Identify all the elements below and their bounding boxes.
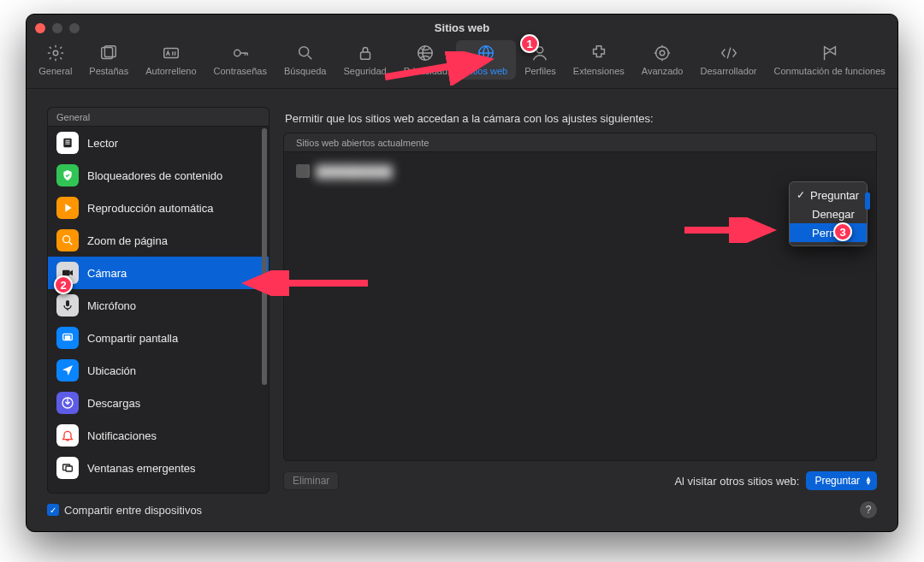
titlebar: Sitios web [27,15,897,35]
sidebar-item-autoplay[interactable]: Reproducción automática [48,192,269,224]
sidebar-item-label: Cámara [87,267,127,280]
privacy-icon [416,44,435,64]
toolbar-tab-websites[interactable]: Sitios web [456,40,516,80]
main-panel: Permitir que los sitios web accedan a la… [283,107,877,494]
callout-badge-3: 3 [833,222,852,241]
advanced-icon [653,44,672,64]
sidebar-section-header: General [48,108,269,127]
svg-rect-18 [66,300,69,306]
sidebar-item-notifications[interactable]: Notificaciones [48,419,269,452]
play-icon [56,197,79,219]
share-across-devices-label: Compartir entre dispositivos [64,504,202,517]
visiting-other-sites-value: Preguntar [814,475,860,487]
popup-icon [56,457,79,479]
dropdown-option-denegar[interactable]: Denegar [790,204,867,223]
dropdown-option-preguntar[interactable]: ✓Preguntar [790,186,867,204]
featureflags-icon [820,44,839,64]
sidebar-item-popups[interactable]: Ventanas emergentes [48,452,269,484]
sidebar-item-label: Bloqueadores de contenido [87,169,222,182]
website-row[interactable]: ████████ [284,152,876,190]
sidebar-item-label: Notificaciones [87,429,157,442]
toolbar-tab-search[interactable]: Búsqueda [275,40,335,80]
toolbar-tab-featureflags[interactable]: Conmutación de funciones [766,40,894,80]
sidebar-item-camera[interactable]: Cámara [48,257,269,289]
extensions-icon [589,44,608,64]
site-hostname: ████████ [317,165,394,178]
toolbar-tab-label: General [38,66,72,76]
panel-heading: Permitir que los sitios web accedan a la… [283,107,877,132]
location-icon [56,359,79,382]
sidebar-item-label: Compartir pantalla [87,332,178,345]
svg-rect-12 [63,139,71,148]
sidebar-item-screenshare[interactable]: Compartir pantalla [48,322,269,354]
reader-icon [56,132,79,154]
toolbar-tab-security[interactable]: Seguridad [335,40,394,80]
developer-icon [720,44,738,64]
websites-icon [477,44,495,64]
svg-point-11 [656,47,669,60]
preferences-toolbar: GeneralPestañasAutorrellenoContraseñasBú… [27,35,897,89]
sidebar-item-blockers[interactable]: Bloqueadores de contenido [48,159,269,192]
sidebar-item-label: Ubicación [87,364,136,377]
search-icon [296,44,315,64]
window-title: Sitios web [27,21,897,34]
toolbar-tab-extensions[interactable]: Extensiones [565,40,633,80]
toolbar-tab-label: Seguridad [343,66,386,76]
sidebar-item-location[interactable]: Ubicación [48,354,269,387]
sidebar-item-downloads[interactable]: Descargas [48,387,269,419]
svg-point-5 [299,47,308,56]
visiting-other-sites-popup[interactable]: Preguntar ▲▼ [806,471,877,490]
toolbar-tab-developer[interactable]: Desarrollador [692,40,766,80]
svg-rect-3 [164,49,179,58]
sidebar-item-label: Reproducción automática [87,202,213,215]
toolbar-tab-autofill[interactable]: Autorrelleno [137,40,204,80]
dropdown-underlying-control-edge [865,192,870,210]
help-button[interactable]: ? [860,501,877,518]
shield-icon [56,164,79,186]
toolbar-tab-general[interactable]: General [30,40,80,80]
sidebar-item-label: Zoom de página [87,234,168,247]
popup-arrows-icon: ▲▼ [865,476,872,485]
checkmark-icon: ✓ [797,189,805,201]
dropdown-option-label: Denegar [812,208,855,221]
toolbar-tab-label: Sitios web [465,66,507,76]
svg-rect-14 [65,142,69,143]
sidebar-scrollbar[interactable] [262,128,267,491]
toolbar-tab-label: Extensiones [573,66,625,76]
svg-point-16 [63,236,70,243]
sidebar-item-zoom[interactable]: Zoom de página [48,224,269,257]
bell-icon [56,424,79,447]
svg-point-0 [53,50,58,56]
general-icon [46,44,65,64]
svg-rect-20 [65,335,71,340]
toolbar-tab-advanced[interactable]: Avanzado [633,40,692,80]
toolbar-tab-tabs[interactable]: Pestañas [80,40,137,80]
svg-rect-15 [65,144,69,145]
sidebar-item-mic[interactable]: Micrófono [48,289,269,322]
remove-button[interactable]: Eliminar [283,471,339,490]
sidebar-scrollbar-thumb[interactable] [262,128,267,385]
toolbar-tab-passwords[interactable]: Contraseñas [205,40,275,80]
sidebar-item-label: Descargas [87,397,140,410]
autofill-icon [162,44,181,64]
callout-badge-1: 1 [520,34,539,53]
sidebar-item-reader[interactable]: Lector [48,127,269,159]
security-icon [356,44,375,64]
websites-list: Sitios web abiertos actualmente ████████… [283,133,877,461]
toolbar-tab-privacy[interactable]: Privacidad [395,40,456,80]
svg-point-4 [234,50,240,56]
sidebar-item-label: Micrófono [87,299,136,312]
sidebar-item-label: Lector [87,137,118,150]
download-icon [56,392,79,414]
toolbar-tab-label: Desarrollador [701,66,757,76]
toolbar-tab-label: Privacidad [404,66,447,76]
svg-rect-6 [360,52,370,59]
sidebar-item-label: Ventanas emergentes [87,462,195,475]
toolbar-tab-label: Perfiles [524,66,556,76]
svg-point-10 [660,50,665,56]
share-across-devices-checkbox[interactable]: ✓ Compartir entre dispositivos [47,504,202,517]
toolbar-tab-label: Contraseñas [214,66,267,76]
tabs-icon [99,44,118,64]
dropdown-option-permitir[interactable]: Permitir [790,223,867,242]
screens-icon [56,327,79,349]
